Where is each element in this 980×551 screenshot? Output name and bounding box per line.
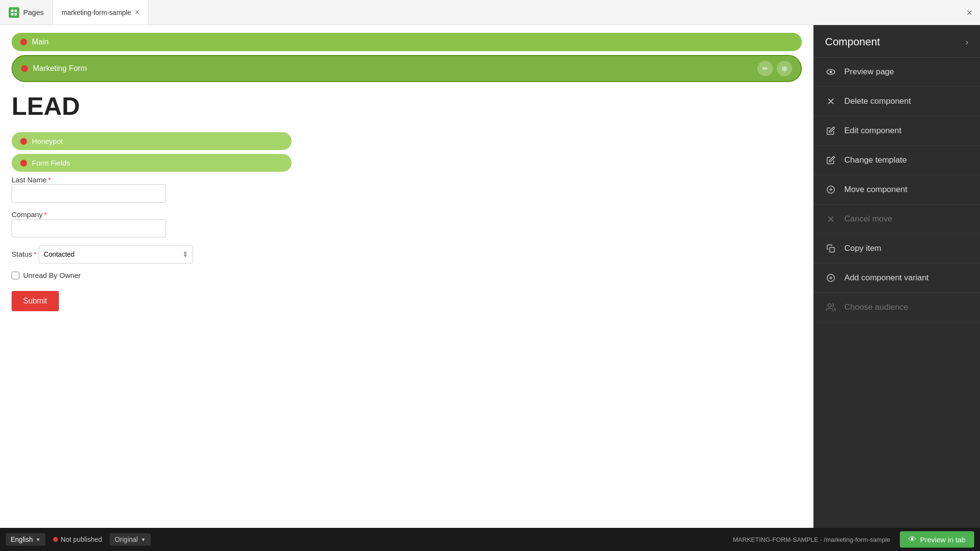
language-arrow-icon: ▼ [36, 537, 41, 542]
change-template-icon [825, 154, 837, 166]
unread-by-owner-checkbox[interactable] [12, 272, 19, 279]
tab-close-icon[interactable]: × [135, 9, 139, 16]
menu-item-delete-component[interactable]: Delete component [813, 87, 980, 116]
menu-item-change-template[interactable]: Change template [813, 146, 980, 175]
svg-rect-13 [830, 248, 835, 252]
honeypot-dot [20, 138, 27, 145]
status-field-group: Status* Contacted New Qualified ⇕ [12, 245, 802, 271]
preview-page-label: Preview page [844, 67, 894, 77]
status-select-wrapper: Contacted New Qualified ⇕ [39, 245, 193, 263]
pages-nav[interactable]: Pages [0, 0, 53, 25]
unread-by-owner-label: Unread By Owner [23, 271, 81, 279]
status-label: Status* [12, 250, 39, 258]
page-path: MARKETING-FORM-SAMPLE - /marketing-form-… [733, 536, 890, 543]
language-label: English [11, 536, 33, 543]
component-panel-header: Component › [813, 25, 980, 57]
component-panel-title: Component [825, 36, 880, 48]
status-select[interactable]: Contacted New Qualified [39, 245, 193, 263]
honeypot-label: Honeypot [32, 137, 63, 145]
last-name-field-group: Last Name* [12, 176, 802, 203]
company-input[interactable] [12, 219, 166, 237]
add-variant-icon [825, 272, 837, 284]
language-selector[interactable]: English ▼ [6, 533, 45, 546]
last-name-input[interactable] [12, 184, 166, 203]
main-status-dot [20, 39, 27, 45]
menu-item-choose-audience: Choose audience [813, 293, 980, 322]
tab-marketing-form-sample[interactable]: marketing-form-sample × [53, 0, 149, 25]
last-name-label: Last Name* [12, 176, 51, 184]
component-menu: Preview pageDelete componentEdit compone… [813, 57, 980, 322]
choose-audience-label: Choose audience [844, 303, 908, 312]
original-label: Original [114, 536, 138, 543]
publish-status: Not published [61, 536, 102, 543]
menu-item-add-variant[interactable]: Add component variant [813, 263, 980, 293]
cancel-move-icon [825, 213, 837, 225]
left-content: Main Marketing Form ✏ ⊕ LEAD Honeypot Fo… [0, 25, 813, 528]
marketing-row-actions: ✏ ⊕ [757, 61, 792, 76]
move-page-icon[interactable]: ⊕ [777, 61, 792, 76]
menu-item-preview-page[interactable]: Preview page [813, 57, 980, 87]
change-template-label: Change template [844, 155, 907, 165]
original-arrow-icon: ▼ [141, 537, 146, 542]
submit-button[interactable]: Submit [12, 291, 59, 311]
edit-component-label: Edit component [844, 126, 901, 136]
preview-in-tab-button[interactable]: 👁 Preview in tab [900, 531, 974, 548]
svg-rect-0 [11, 10, 14, 12]
bottom-bar: English ▼ Not published Original ▼ MARKE… [0, 528, 980, 551]
move-component-label: Move component [844, 185, 907, 194]
menu-item-copy-item[interactable]: Copy item [813, 234, 980, 263]
form-fields-dot [20, 160, 27, 166]
page-row-main[interactable]: Main [12, 33, 802, 51]
form-fields-label: Form Fields [32, 159, 70, 167]
svg-rect-1 [14, 10, 17, 12]
tab-label: marketing-form-sample [62, 9, 131, 16]
menu-item-cancel-move: Cancel move [813, 205, 980, 234]
copy-item-label: Copy item [844, 244, 882, 253]
form-section: LEAD Honeypot Form Fields Last Name* [12, 92, 802, 311]
edit-component-icon [825, 125, 837, 137]
main-layout: Main Marketing Form ✏ ⊕ LEAD Honeypot Fo… [0, 25, 980, 528]
component-row-form-fields[interactable]: Form Fields [12, 154, 292, 172]
marketing-status-dot [21, 65, 28, 72]
top-bar: Pages marketing-form-sample × × [0, 0, 980, 25]
company-label: Company* [12, 210, 47, 219]
company-field-group: Company* [12, 210, 802, 237]
component-panel: Component › Preview pageDelete component… [813, 25, 980, 528]
pages-label: Pages [23, 8, 44, 16]
delete-component-icon [825, 96, 837, 107]
move-component-icon [825, 184, 837, 195]
original-selector[interactable]: Original ▼ [110, 533, 150, 546]
pages-icon [9, 7, 19, 18]
main-page-label: Main [32, 38, 793, 46]
preview-eye-icon: 👁 [909, 535, 916, 544]
page-row-marketing[interactable]: Marketing Form ✏ ⊕ [12, 55, 802, 82]
svg-point-5 [830, 71, 832, 73]
window-close-icon[interactable]: × [966, 7, 972, 18]
delete-component-label: Delete component [844, 96, 911, 106]
menu-item-edit-component[interactable]: Edit component [813, 116, 980, 146]
component-row-honeypot[interactable]: Honeypot [12, 132, 292, 150]
status-dot [53, 537, 58, 542]
component-panel-arrow[interactable]: › [966, 37, 968, 47]
marketing-page-label: Marketing Form [33, 64, 753, 73]
copy-item-icon [825, 243, 837, 254]
cancel-move-label: Cancel move [844, 214, 892, 224]
preview-in-tab-label: Preview in tab [920, 536, 966, 544]
unread-by-owner-group: Unread By Owner [12, 271, 802, 279]
svg-rect-2 [11, 13, 14, 15]
menu-item-move-component[interactable]: Move component [813, 175, 980, 205]
add-variant-label: Add component variant [844, 273, 929, 283]
edit-page-icon[interactable]: ✏ [757, 61, 773, 76]
svg-rect-3 [14, 13, 17, 15]
preview-page-icon [825, 66, 837, 78]
lead-title: LEAD [12, 92, 802, 121]
svg-point-17 [828, 304, 831, 307]
choose-audience-icon [825, 302, 837, 313]
